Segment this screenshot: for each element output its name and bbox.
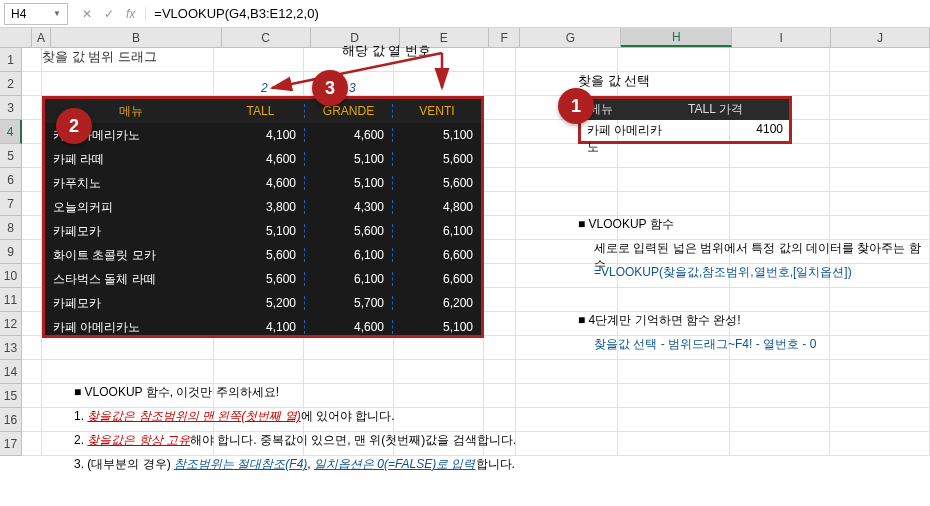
row-header-11[interactable]: 11 (0, 288, 22, 312)
notes-header: ■ VLOOKUP 함수, 이것만 주의하세요! (74, 384, 279, 401)
steps-header: ■ 4단계만 기억하면 함수 완성! (578, 312, 741, 329)
spreadsheet-grid: A B C D E F G H I J 1 2 3 4 5 6 7 8 9 10… (0, 28, 930, 456)
range-drag-label: 찾을 값 범위 드래그 (42, 48, 157, 66)
row-header-5[interactable]: 5 (0, 144, 22, 168)
lookup-menu-value: 카페 아메리카노 (581, 120, 680, 141)
cells-area[interactable]: 찾을 값 범위 드래그 해당 값 열 번호 2 3 메뉴 TALL GRANDE… (22, 48, 930, 456)
col-header-C[interactable]: C (222, 28, 311, 47)
column-headers: A B C D E F G H I J (0, 28, 930, 48)
row-header-10[interactable]: 10 (0, 264, 22, 288)
table-row: 카페 아메리카노4,1004,6005,100 (45, 315, 481, 339)
row-header-12[interactable]: 12 (0, 312, 22, 336)
row-header-15[interactable]: 15 (0, 384, 22, 408)
th-venti: VENTI (393, 104, 481, 118)
step-circle-1: 1 (558, 88, 594, 124)
row-headers: 1 2 3 4 5 6 7 8 9 10 11 12 13 14 15 16 1… (0, 48, 22, 456)
step-circle-2: 2 (56, 108, 92, 144)
row-header-17[interactable]: 17 (0, 432, 22, 456)
col-header-H[interactable]: H (621, 28, 732, 47)
lookup-result-box: 메뉴 TALL 가격 카페 아메리카노 4100 (578, 96, 792, 144)
col-header-F[interactable]: F (489, 28, 521, 47)
table-row: 카푸치노4,6005,1005,600 (45, 171, 481, 195)
select-all-corner[interactable] (0, 28, 32, 47)
confirm-icon[interactable]: ✓ (100, 7, 118, 21)
cancel-icon[interactable]: ✕ (78, 7, 96, 21)
row-header-6[interactable]: 6 (0, 168, 22, 192)
name-box[interactable]: H4 ▼ (4, 3, 68, 25)
note-1: 1. 찾을값은 참조범위의 맨 왼쪽(첫번째 열)에 있어야 합니다. (74, 408, 395, 425)
name-box-value: H4 (11, 7, 26, 21)
col-header-B[interactable]: B (51, 28, 221, 47)
row-header-14[interactable]: 14 (0, 360, 22, 384)
th-tall: TALL (217, 104, 305, 118)
col-index-label: 해당 값 열 번호 (342, 42, 431, 60)
table-row: 카페 라떼4,6005,1005,600 (45, 147, 481, 171)
row-header-8[interactable]: 8 (0, 216, 22, 240)
chevron-down-icon[interactable]: ▼ (53, 9, 61, 18)
col-index-3: 3 (349, 81, 356, 95)
row-header-3[interactable]: 3 (0, 96, 22, 120)
col-header-A[interactable]: A (32, 28, 52, 47)
formula-bar: H4 ▼ ✕ ✓ fx =VLOOKUP(G4,B3:E12,2,0) (0, 0, 930, 28)
formula-buttons: ✕ ✓ fx (72, 7, 146, 21)
row-header-16[interactable]: 16 (0, 408, 22, 432)
steps-line: 찾을값 선택 - 범위드래그~F4! - 열번호 - 0 (594, 336, 816, 353)
row-header-1[interactable]: 1 (0, 48, 22, 72)
lookup-title: 찾을 값 선택 (578, 72, 650, 90)
row-header-9[interactable]: 9 (0, 240, 22, 264)
step-circle-3: 3 (312, 70, 348, 106)
lookup-price-value: 4100 (680, 120, 789, 141)
formula-input[interactable]: =VLOOKUP(G4,B3:E12,2,0) (146, 6, 930, 21)
table-row: 스타벅스 돌체 라떼5,6006,1006,600 (45, 267, 481, 291)
lookup-head-price: TALL 가격 (680, 99, 789, 120)
th-grande: GRANDE (305, 104, 393, 118)
row-header-4[interactable]: 4 (0, 120, 22, 144)
col-header-G[interactable]: G (520, 28, 621, 47)
col-header-I[interactable]: I (732, 28, 831, 47)
lookup-head-menu: 메뉴 (581, 99, 680, 120)
note-3: 3. (대부분의 경우) 참조범위는 절대참조(F4), 일치옵션은 0(=FA… (74, 456, 515, 473)
row-header-7[interactable]: 7 (0, 192, 22, 216)
col-header-J[interactable]: J (831, 28, 930, 47)
table-row: 카페모카5,1005,6006,100 (45, 219, 481, 243)
table-row: 카페 아메리카노4,1004,6005,100 (45, 123, 481, 147)
table-row: 화이트 초콜릿 모카5,6006,1006,600 (45, 243, 481, 267)
vlookup-header: ■ VLOOKUP 함수 (578, 216, 674, 233)
vlookup-syntax: =VLOOKUP(찾을값,참조범위,열번호,[일치옵션]) (594, 264, 852, 281)
table-row: 오늘의커피3,8004,3004,800 (45, 195, 481, 219)
row-header-13[interactable]: 13 (0, 336, 22, 360)
note-2: 2. 찾을값은 항상 고유해야 합니다. 중복값이 있으면, 맨 위(첫번째)값… (74, 432, 516, 449)
table-row: 카페모카5,2005,7006,200 (45, 291, 481, 315)
col-index-2: 2 (261, 81, 268, 95)
row-header-2[interactable]: 2 (0, 72, 22, 96)
lookup-range-table: 2 3 메뉴 TALL GRANDE VENTI 카페 아메리카노4,1004,… (42, 96, 484, 338)
fx-icon[interactable]: fx (122, 7, 139, 21)
